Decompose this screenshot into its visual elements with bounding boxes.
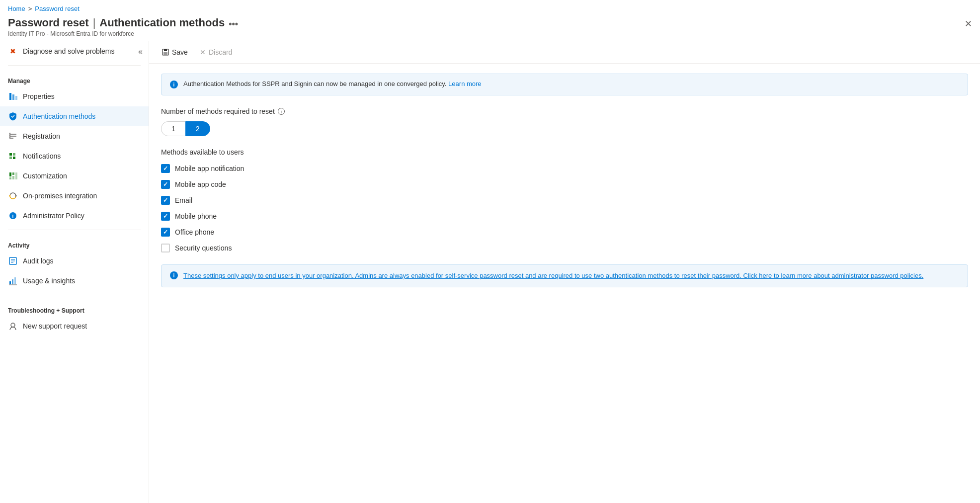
notifications-icon: [8, 151, 18, 161]
support-icon: [8, 321, 18, 331]
sidebar-item-customization-label: Customization: [23, 172, 67, 180]
svg-rect-26: [9, 281, 11, 284]
sidebar-item-registration[interactable]: Registration: [0, 126, 149, 146]
collapse-button[interactable]: «: [136, 45, 145, 58]
checkbox-label-email: Email: [175, 196, 192, 204]
sidebar-item-usage-insights-label: Usage & insights: [23, 277, 75, 285]
info-banner-link[interactable]: Learn more: [448, 80, 481, 87]
sidebar-item-diagnose[interactable]: ✖ Diagnose and solve problems: [0, 41, 149, 61]
sidebar-item-properties[interactable]: Properties: [0, 86, 149, 106]
customization-icon: [8, 171, 18, 181]
sidebar-item-usage-insights[interactable]: Usage & insights: [0, 271, 149, 291]
sidebar-item-new-support[interactable]: New support request: [0, 316, 149, 336]
checkbox-check-icon: ✓: [163, 181, 168, 188]
sidebar-item-properties-label: Properties: [23, 92, 55, 100]
content-area: Save ✕ Discard i Authentication Methods …: [149, 41, 980, 503]
sidebar-divider-manage: [8, 65, 141, 66]
svg-rect-0: [9, 93, 11, 100]
checkbox-item-mobile-app-code: ✓ Mobile app code: [161, 180, 968, 189]
bottom-banner: i These settings only apply to end users…: [161, 264, 968, 287]
svg-rect-14: [12, 172, 14, 175]
breadcrumb-separator: >: [28, 5, 32, 12]
content-body: i Authentication Methods for SSPR and Si…: [149, 64, 980, 297]
checkbox-check-icon: ✓: [163, 197, 168, 204]
checkbox-item-mobile-phone: ✓ Mobile phone: [161, 212, 968, 221]
sidebar: « ✖ Diagnose and solve problems Manage P…: [0, 41, 149, 503]
discard-button[interactable]: ✕ Discard: [195, 45, 237, 59]
checkbox-item-mobile-app-notification: ✓ Mobile app notification: [161, 164, 968, 173]
checkbox-mobile-app-code[interactable]: ✓: [161, 180, 170, 189]
methods-info-icon[interactable]: i: [278, 108, 285, 115]
sidebar-item-on-premises-label: On-premises integration: [23, 192, 97, 200]
svg-rect-28: [14, 277, 16, 284]
checkbox-mobile-app-notification[interactable]: ✓: [161, 164, 170, 173]
sidebar-item-notifications[interactable]: Notifications: [0, 146, 149, 166]
breadcrumb: Home > Password reset: [0, 0, 980, 14]
page-title-separator: |: [93, 16, 96, 29]
checkbox-label-mobile-phone: Mobile phone: [175, 212, 217, 220]
checkbox-security-questions[interactable]: [161, 244, 170, 252]
toolbar: Save ✕ Discard: [149, 41, 980, 64]
svg-text:i: i: [12, 213, 14, 219]
checkbox-email[interactable]: ✓: [161, 196, 170, 205]
sidebar-item-diagnose-label: Diagnose and solve problems: [23, 47, 114, 55]
svg-rect-11: [13, 153, 15, 156]
sidebar-item-on-premises[interactable]: On-premises integration: [0, 186, 149, 206]
page-subtitle: Identity IT Pro - Microsoft Entra ID for…: [8, 30, 238, 37]
checkbox-office-phone[interactable]: ✓: [161, 228, 170, 237]
checkbox-check-icon: ✓: [163, 213, 168, 220]
svg-rect-12: [13, 157, 15, 159]
toggle-2-button[interactable]: 2: [185, 121, 210, 136]
page-header: Password reset | Authentication methods …: [0, 14, 980, 41]
svg-rect-17: [15, 172, 17, 179]
svg-rect-1: [12, 94, 14, 100]
checkbox-check-icon: ✓: [163, 165, 168, 172]
sidebar-section-troubleshooting: Troubleshooting + Support: [0, 299, 149, 316]
on-premises-icon: [8, 191, 18, 201]
checkbox-mobile-phone[interactable]: ✓: [161, 212, 170, 221]
audit-logs-icon: [8, 256, 18, 266]
bottom-banner-link-text[interactable]: These settings only apply to end users i…: [183, 271, 923, 281]
checkbox-label-security-questions: Security questions: [175, 244, 232, 252]
info-banner-icon: i: [169, 80, 178, 89]
sidebar-item-admin-policy[interactable]: i Administrator Policy: [0, 206, 149, 226]
svg-text:i: i: [173, 82, 175, 87]
more-options-icon[interactable]: •••: [229, 19, 238, 29]
svg-rect-33: [163, 52, 167, 55]
svg-point-30: [11, 323, 15, 327]
svg-rect-16: [12, 176, 14, 179]
usage-insights-icon: [8, 276, 18, 286]
sidebar-item-admin-policy-label: Administrator Policy: [23, 212, 84, 220]
sidebar-item-customization[interactable]: Customization: [0, 166, 149, 186]
svg-text:i: i: [173, 273, 175, 278]
breadcrumb-home[interactable]: Home: [8, 5, 25, 12]
save-icon: [162, 49, 169, 56]
page-title-main: Password reset: [8, 16, 89, 29]
toggle-1-button[interactable]: 1: [161, 121, 185, 136]
close-icon[interactable]: ✕: [965, 18, 972, 29]
sidebar-section-activity: Activity: [0, 234, 149, 251]
svg-rect-13: [9, 172, 11, 176]
sidebar-item-audit-logs[interactable]: Audit logs: [0, 251, 149, 271]
checkbox-label-mobile-app-notification: Mobile app notification: [175, 165, 244, 172]
methods-required-label: Number of methods required to reset i: [161, 107, 968, 115]
svg-rect-15: [9, 177, 11, 179]
admin-policy-icon: i: [8, 211, 18, 221]
sidebar-item-notifications-label: Notifications: [23, 152, 61, 160]
methods-available-label: Methods available to users: [161, 148, 968, 156]
sidebar-item-auth-methods-label: Authentication methods: [23, 112, 95, 120]
checkbox-check-icon: ✓: [163, 229, 168, 236]
sidebar-divider-troubleshooting: [8, 295, 141, 295]
bottom-banner-icon: i: [169, 271, 178, 280]
page-title-sub: Authentication methods: [99, 16, 225, 29]
svg-rect-2: [15, 96, 17, 100]
sidebar-item-registration-label: Registration: [23, 132, 60, 140]
sidebar-item-auth-methods[interactable]: Authentication methods: [0, 106, 149, 126]
svg-rect-10: [9, 157, 12, 159]
save-label: Save: [172, 48, 188, 56]
svg-text:i: i: [281, 109, 282, 114]
save-button[interactable]: Save: [157, 45, 193, 59]
properties-icon: [8, 91, 18, 101]
methods-checkboxes: ✓ Mobile app notification ✓ Mobile app c…: [161, 164, 968, 252]
info-banner-text: Authentication Methods for SSPR and Sign…: [183, 80, 482, 87]
